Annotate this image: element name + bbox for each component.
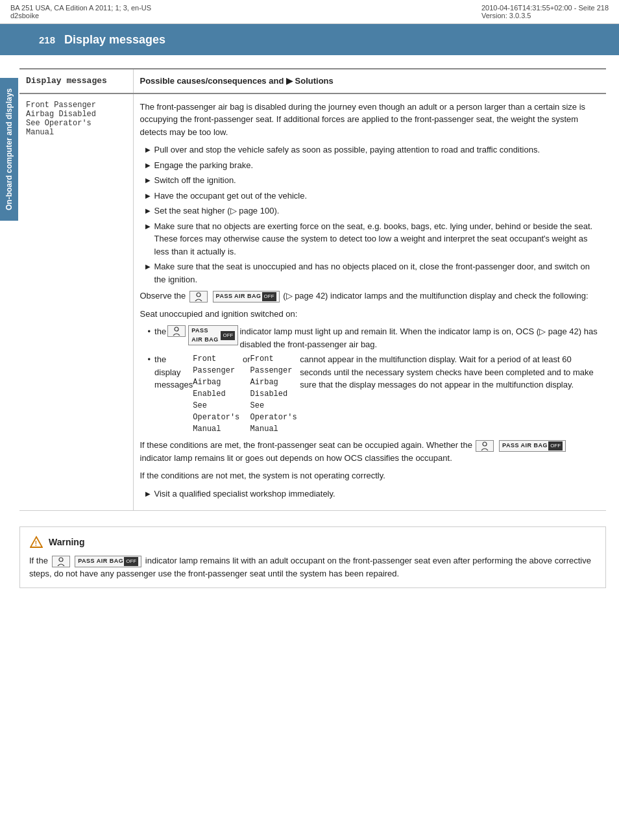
- warning-triangle-icon: !: [29, 535, 43, 549]
- svg-text:!: !: [35, 540, 37, 547]
- list-item-visit: Visit a qualified specialist workshop im…: [140, 488, 600, 500]
- intro-para: The front-passenger air bag is disabled …: [140, 101, 600, 139]
- icon-badge-pass-air-bag-2: PASS AIR BAG OFF: [188, 325, 238, 345]
- list-item: Switch off the ignition.: [140, 174, 600, 187]
- occupant-icon-3: [479, 441, 491, 451]
- list-item: Make sure that no objects are exerting f…: [140, 220, 600, 258]
- bullet-list-sub: the PASS AIR BAG OFF i: [148, 325, 600, 435]
- main-content: Display messages Possible causes/consequ…: [0, 55, 619, 611]
- page-number: 218: [39, 34, 55, 45]
- svg-point-0: [197, 293, 200, 297]
- col-header-display: Display messages: [19, 69, 133, 93]
- col-header-solutions: Possible causes/consequences and ▶ Solut…: [133, 69, 606, 93]
- occupant-icon-warn: [55, 557, 67, 566]
- icon-badge-occupant: [189, 291, 208, 303]
- icon-badge-pass-air-bag-3: PASS AIR BAG OFF: [499, 440, 566, 452]
- display-message-cell: Front PassengerAirbag DisabledSee Operat…: [19, 93, 133, 511]
- svg-point-5: [59, 558, 63, 562]
- display-message-code: Front PassengerAirbag DisabledSee Operat…: [26, 101, 96, 137]
- occupant-icon-2: [171, 327, 182, 336]
- conditions-not-met-para: If the conditions are not met, the syste…: [140, 469, 600, 482]
- occupant-icon: [193, 292, 204, 301]
- list-item: the display messages Front Passenger Air…: [148, 353, 600, 435]
- seat-unoccupied-para: Seat unoccupied and ignition switched on…: [140, 308, 600, 321]
- observe-para: Observe the PASS AIR BAG OFF (▷: [140, 290, 600, 303]
- conditions-met-para: If these conditions are met, the front-p…: [140, 439, 600, 464]
- meta-left: BA 251 USA, CA Edition A 2011; 1; 3, en-…: [10, 4, 151, 19]
- arrow-list-final: Visit a qualified specialist workshop im…: [140, 488, 600, 500]
- list-item: Engage the parking brake.: [140, 159, 600, 172]
- icon-badge-pass-air-bag: PASS AIR BAG OFF: [213, 291, 280, 303]
- list-item: the PASS AIR BAG OFF i: [148, 325, 600, 351]
- warning-title: Warning: [49, 537, 84, 547]
- code-disabled: Front Passenger AirbagDisabled See Opera…: [250, 353, 300, 435]
- list-item: Pull over and stop the vehicle safely as…: [140, 143, 600, 156]
- arrow-list-main: Pull over and stop the vehicle safely as…: [140, 143, 600, 286]
- code-enabled: Front Passenger Airbag EnabledSee Operat…: [193, 353, 243, 435]
- icon-badge-occupant-2: [167, 325, 186, 337]
- warning-text: If the PASS AIR BAG OFF indicator lamp r…: [29, 554, 596, 580]
- page-title: Display messages: [64, 33, 165, 47]
- list-item: Set the seat higher (▷ page 100).: [140, 204, 600, 217]
- icon-badge-occupant-warn: [52, 556, 70, 567]
- triangle-icon-svg: !: [30, 536, 43, 549]
- list-item: Have the occupant get out of the vehicle…: [140, 190, 600, 203]
- meta-right: 2010-04-16T14:31:55+02:00 - Seite 218Ver…: [481, 4, 609, 19]
- warning-box: ! Warning If the PASS AIR BAG OFF indica…: [19, 526, 606, 588]
- svg-point-2: [483, 442, 487, 446]
- display-messages-table: Display messages Possible causes/consequ…: [19, 68, 606, 511]
- list-item: Make sure that the seat is unoccupied an…: [140, 260, 600, 286]
- warning-header: ! Warning: [29, 535, 596, 549]
- table-row: Front PassengerAirbag DisabledSee Operat…: [19, 93, 606, 511]
- svg-point-1: [175, 327, 178, 331]
- solutions-cell: The front-passenger air bag is disabled …: [133, 93, 606, 511]
- page-header: 218 Display messages: [0, 24, 619, 55]
- icon-badge-occupant-3: [476, 440, 494, 452]
- icon-badge-pass-air-bag-warn: PASS AIR BAG OFF: [75, 556, 141, 567]
- meta-bar: BA 251 USA, CA Edition A 2011; 1; 3, en-…: [0, 0, 619, 24]
